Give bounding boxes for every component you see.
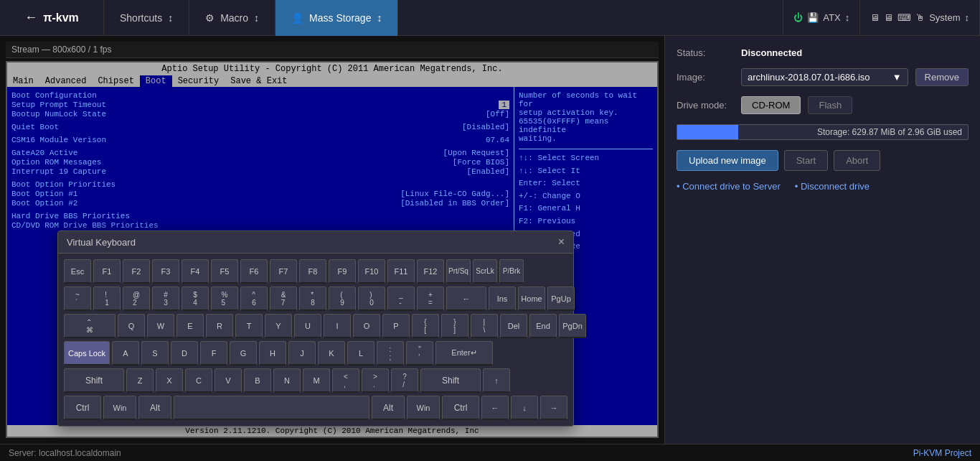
key-f[interactable]: F [200,341,227,365]
key-tab[interactable]: ⌃⌘ [64,314,116,338]
key-slash[interactable]: ?/ [391,368,418,393]
key-ctrl-left[interactable]: Ctrl [64,396,101,420]
key-rbracket[interactable]: }] [441,314,468,338]
connect-server-link[interactable]: Connect drive to Server [677,181,781,192]
disconnect-link[interactable]: Disconnect drive [795,181,870,192]
key-win-left[interactable]: Win [103,396,136,420]
key-left[interactable]: ← [481,396,509,420]
massstorage-nav[interactable]: 👤 Mass Storage ↕ [275,0,398,36]
key-del[interactable]: Del [500,314,527,338]
key-prtsc[interactable]: Prt/Sq [446,259,471,284]
key-f5[interactable]: F5 [211,259,238,284]
key-pause[interactable]: P/Brk [499,259,524,284]
key-i[interactable]: I [324,314,351,338]
key-a[interactable]: A [112,341,139,365]
key-j[interactable]: J [288,341,316,365]
key-f6[interactable]: F6 [240,259,268,284]
atx-nav[interactable]: ⏻ 💾 ATX ↕ [783,0,860,36]
key-m[interactable]: M [303,368,330,393]
bios-menu-advanced[interactable]: Advanced [39,75,93,87]
start-button[interactable]: Start [784,150,828,171]
key-2[interactable]: @2 [123,287,150,311]
key-down[interactable]: ↓ [511,396,538,420]
key-l[interactable]: L [347,341,374,365]
cdrom-mode-button[interactable]: CD-ROM [741,96,801,114]
key-b[interactable]: B [244,368,271,393]
key-o[interactable]: O [353,314,380,338]
key-0[interactable]: )0 [358,287,385,311]
key-7[interactable]: &7 [270,287,297,311]
key-x[interactable]: X [156,368,183,393]
key-end[interactable]: End [529,314,557,338]
key-period[interactable]: >. [362,368,389,393]
key-f4[interactable]: F4 [182,259,209,284]
key-f11[interactable]: F11 [387,259,415,284]
bios-menu-boot[interactable]: Boot [140,75,172,87]
upload-button[interactable]: Upload new image [677,150,778,171]
key-win-right[interactable]: Win [407,396,440,420]
flash-mode-button[interactable]: Flash [808,96,852,114]
key-equals[interactable]: += [417,287,444,311]
key-u[interactable]: U [294,314,321,338]
key-ctrl-right[interactable]: Ctrl [442,396,479,420]
key-home[interactable]: Home [518,287,545,311]
key-k[interactable]: K [318,341,345,365]
key-8[interactable]: *8 [299,287,326,311]
key-shift-left[interactable]: Shift [64,368,124,393]
key-f3[interactable]: F3 [152,259,179,284]
bios-menu-main[interactable]: Main [7,75,39,87]
key-t[interactable]: T [235,314,263,338]
key-f10[interactable]: F10 [358,259,385,284]
key-h[interactable]: H [259,341,286,365]
key-6[interactable]: ^6 [240,287,268,311]
key-e[interactable]: E [176,314,204,338]
bios-menu-saveexit[interactable]: Save & Exit [225,75,293,87]
key-n[interactable]: N [273,368,301,393]
key-quote[interactable]: "' [406,341,433,365]
key-g[interactable]: G [230,341,257,365]
key-s[interactable]: S [141,341,169,365]
key-v[interactable]: V [215,368,242,393]
key-pgdn[interactable]: PgDn [559,314,586,338]
key-ins[interactable]: Ins [489,287,516,311]
vkeyboard-close-button[interactable]: × [558,236,565,248]
key-lbracket[interactable]: {[ [412,314,439,338]
key-p[interactable]: P [382,314,410,338]
key-5[interactable]: %5 [211,287,238,311]
key-d[interactable]: D [171,341,198,365]
key-1[interactable]: !1 [93,287,121,311]
key-f7[interactable]: F7 [270,259,297,284]
key-alt-right[interactable]: Alt [372,396,405,420]
storage-image-dropdown[interactable]: archlinux-2018.07.01-i686.iso ▼ [741,68,908,86]
key-capslock[interactable]: Caps Lock [64,341,110,365]
key-semicolon[interactable]: :; [377,341,404,365]
key-space[interactable] [174,396,369,420]
key-r[interactable]: R [206,314,233,338]
key-f8[interactable]: F8 [299,259,326,284]
key-minus[interactable]: _- [387,287,415,311]
key-z[interactable]: Z [126,368,154,393]
bios-menu-security[interactable]: Security [172,75,225,87]
shortcuts-nav[interactable]: Shortcuts ↕ [104,0,189,36]
statusbar-right[interactable]: Pi-KVM Project [913,448,971,458]
key-backspace[interactable]: ← [446,287,486,311]
key-pgup[interactable]: PgUp [547,287,575,311]
key-c[interactable]: C [185,368,212,393]
key-alt-left[interactable]: Alt [138,396,171,420]
back-icon[interactable]: ← [24,10,37,25]
key-9[interactable]: (9 [329,287,356,311]
key-f12[interactable]: F12 [417,259,444,284]
key-right[interactable]: → [540,396,567,420]
key-f2[interactable]: F2 [123,259,150,284]
key-q[interactable]: Q [118,314,145,338]
key-f9[interactable]: F9 [329,259,356,284]
key-3[interactable]: #3 [152,287,179,311]
key-esc[interactable]: Esc [64,259,91,284]
key-w[interactable]: W [147,314,174,338]
key-y[interactable]: Y [265,314,292,338]
key-comma[interactable]: <, [332,368,359,393]
key-f1[interactable]: F1 [93,259,121,284]
abort-button[interactable]: Abort [834,150,880,171]
key-backslash[interactable]: |\ [471,314,498,338]
key-scrlk[interactable]: ScrLk [473,259,497,284]
